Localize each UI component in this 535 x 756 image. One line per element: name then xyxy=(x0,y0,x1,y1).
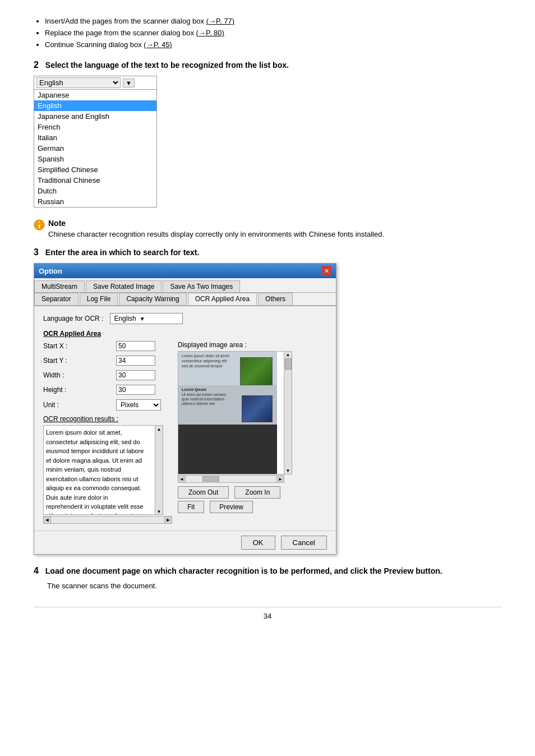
language-select[interactable]: English Japanese Japanese and English Fr… xyxy=(36,77,121,88)
dialog-tabs-row1: MultiStream Save Rotated Image Save As T… xyxy=(34,278,336,293)
unit-select[interactable]: Pixels mm inches xyxy=(116,399,161,411)
img-scroll-track[interactable] xyxy=(186,475,276,483)
dialog-bottom-row: OK Cancel xyxy=(34,531,336,554)
ocr-language-select[interactable]: English ▼ xyxy=(110,313,183,324)
tab-save-two-images[interactable]: Save As Two Images xyxy=(163,280,240,292)
img-scroll-right[interactable]: ► xyxy=(276,475,284,483)
ocr-results-label: OCR recognition results : xyxy=(43,415,172,423)
ocr-lang-arrow: ▼ xyxy=(140,316,145,322)
page-footer: 34 xyxy=(34,607,501,620)
cancel-button[interactable]: Cancel xyxy=(281,536,327,550)
image-vert-scrollbar[interactable]: ▲ ▼ xyxy=(284,351,292,474)
img-scroll-down[interactable]: ▼ xyxy=(286,468,290,473)
displayed-image-label: Displayed image area : xyxy=(178,341,327,349)
ocr-applied-area-title: OCR Applied Area xyxy=(43,330,327,338)
lang-item-dutch[interactable]: Dutch xyxy=(34,186,156,196)
lang-item-german[interactable]: German xyxy=(34,143,156,154)
lang-item-russian[interactable]: Russian xyxy=(34,196,156,207)
dialog-titlebar: Option ✕ xyxy=(34,264,336,278)
left-hor-scrollbar[interactable]: ◄ ► xyxy=(43,516,172,524)
start-y-input[interactable] xyxy=(116,356,155,366)
bullet-link-1[interactable]: (→P. 77) xyxy=(206,17,234,25)
start-y-label: Start Y : xyxy=(43,357,116,365)
fit-button[interactable]: Fit xyxy=(178,501,204,513)
tab-log-file[interactable]: Log File xyxy=(80,293,118,305)
lang-item-japanese[interactable]: Japanese xyxy=(34,90,156,100)
lang-item-japanese-english[interactable]: Japanese and English xyxy=(34,111,156,122)
image-preview-container: Lorem ipsum dolor sit amet consectetur a… xyxy=(178,351,327,483)
width-row: Width : xyxy=(43,370,172,380)
dialog-main-area: Start X : Start Y : Width : xyxy=(43,341,327,524)
lang-item-french[interactable]: French xyxy=(34,122,156,132)
tab-others[interactable]: Others xyxy=(258,293,293,305)
step-4-body: The scanner scans the document. xyxy=(34,582,501,590)
language-list: Japanese English Japanese and English Fr… xyxy=(34,90,156,207)
ok-button[interactable]: OK xyxy=(241,536,275,550)
img-flower-thumb xyxy=(242,395,273,422)
unit-row: Unit : Pixels mm inches xyxy=(43,399,172,411)
image-preview-box: Lorem ipsum dolor sit amet consectetur a… xyxy=(178,351,284,474)
left-scroll-left-arrow[interactable]: ◄ xyxy=(43,516,51,524)
fit-preview-row: Fit Preview xyxy=(178,501,327,513)
height-label: Height : xyxy=(43,386,116,394)
note-icon: i xyxy=(34,219,45,231)
zoom-out-button[interactable]: Zoom Out xyxy=(178,486,229,499)
tab-capacity-warning[interactable]: Capacity Warning xyxy=(119,293,186,305)
tab-separator[interactable]: Separator xyxy=(34,293,79,305)
scroll-down-arrow[interactable]: ▼ xyxy=(157,509,162,514)
step-2: 2 Select the language of the text to be … xyxy=(34,60,501,208)
left-scroll-track[interactable] xyxy=(51,516,164,524)
lang-item-english[interactable]: English xyxy=(34,100,156,111)
page-number: 34 xyxy=(264,612,271,620)
dialog-content: Language for OCR : English ▼ OCR Applied… xyxy=(34,306,336,531)
img-scroll-thumb[interactable] xyxy=(285,358,292,370)
intro-bullets: Insert/Add the pages from the scanner di… xyxy=(34,17,501,49)
lang-item-traditional-chinese[interactable]: Traditional Chinese xyxy=(34,175,156,186)
image-hor-scrollbar[interactable]: ◄ ► xyxy=(178,475,284,483)
img-heading: Lorem Ipsum xyxy=(182,388,274,391)
language-dropdown-header: English Japanese Japanese and English Fr… xyxy=(34,76,156,90)
bullet-link-2[interactable]: (→P. 80) xyxy=(196,29,224,37)
img-scroll-up[interactable]: ▲ xyxy=(286,352,290,357)
tab-multistream[interactable]: MultiStream xyxy=(34,280,85,292)
height-input[interactable] xyxy=(116,385,155,395)
lang-item-italian[interactable]: Italian xyxy=(34,132,156,143)
ocr-results-area: Lorem ipsum dolor sit amet, consectetur … xyxy=(43,425,172,515)
img-scroll-left[interactable]: ◄ xyxy=(178,475,186,483)
dropdown-button[interactable]: ▼ xyxy=(123,79,135,87)
note-content: Note Chinese character recognition resul… xyxy=(48,219,384,238)
dialog-left-panel: Start X : Start Y : Width : xyxy=(43,341,172,524)
scroll-up-arrow[interactable]: ▲ xyxy=(157,427,162,432)
step-2-header: 2 Select the language of the text to be … xyxy=(34,60,501,70)
step-4: 4 Load one document page on which charac… xyxy=(34,566,501,590)
width-input[interactable] xyxy=(116,370,155,380)
start-y-row: Start Y : xyxy=(43,356,172,366)
dialog-tabs-row2: Separator Log File Capacity Warning OCR … xyxy=(34,293,336,306)
lang-item-simplified-chinese[interactable]: Simplified Chinese xyxy=(34,164,156,175)
tab-save-rotated[interactable]: Save Rotated Image xyxy=(86,280,162,292)
bullet-link-3[interactable]: (→P. 45) xyxy=(144,40,172,49)
step-3-header: 3 Enter the area in which to search for … xyxy=(34,247,501,257)
start-x-input[interactable] xyxy=(116,341,155,351)
img-scroll-thumb-h[interactable] xyxy=(202,476,219,482)
image-sim-area: Lorem ipsum dolor sit amet consectetur a… xyxy=(178,352,277,474)
lang-item-spanish[interactable]: Spanish xyxy=(34,154,156,164)
note-box: i Note Chinese character recognition res… xyxy=(34,219,501,238)
zoom-in-button[interactable]: Zoom In xyxy=(234,486,280,499)
start-x-label: Start X : xyxy=(43,342,116,350)
tab-ocr-applied-area[interactable]: OCR Applied Area xyxy=(188,293,257,305)
preview-button[interactable]: Preview xyxy=(210,501,253,513)
start-x-row: Start X : xyxy=(43,341,172,351)
unit-label: Unit : xyxy=(43,401,116,409)
left-scroll-right-arrow[interactable]: ► xyxy=(164,516,172,524)
image-preview-inner: Lorem ipsum dolor sit amet consectetur a… xyxy=(178,351,327,474)
ocr-language-row: Language for OCR : English ▼ xyxy=(43,313,327,324)
ocr-results-text: Lorem ipsum dolor sit amet, consectetur … xyxy=(43,425,155,515)
ocr-results-scrollbar[interactable]: ▲ ▼ xyxy=(155,425,163,515)
step-4-header: 4 Load one document page on which charac… xyxy=(34,566,501,576)
image-bottom-area xyxy=(178,425,277,474)
bullet-item-2: Replace the page from the scanner dialog… xyxy=(45,29,501,37)
bullet-item-3: Continue Scanning dialog box (→P. 45) xyxy=(45,40,501,49)
zoom-buttons-row: Zoom Out Zoom In xyxy=(178,486,327,499)
dialog-close-button[interactable]: ✕ xyxy=(321,266,331,276)
